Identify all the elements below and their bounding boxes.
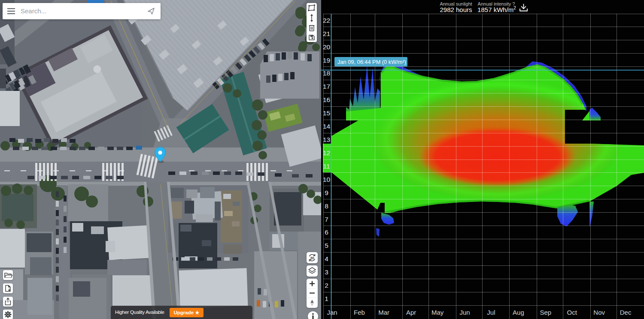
svg-text:Feb: Feb xyxy=(354,309,365,316)
svg-text:Nov: Nov xyxy=(593,309,605,316)
svg-text:19: 19 xyxy=(323,57,330,64)
svg-text:14: 14 xyxy=(323,123,331,130)
svg-text:Mar: Mar xyxy=(378,309,389,316)
svg-text:2982 hours: 2982 hours xyxy=(440,6,472,13)
svg-text:6: 6 xyxy=(325,229,328,236)
svg-text:17: 17 xyxy=(323,83,330,90)
svg-text:Dec: Dec xyxy=(620,309,632,316)
svg-text:5: 5 xyxy=(325,242,328,249)
svg-text:Apr: Apr xyxy=(406,309,416,316)
svg-text:22: 22 xyxy=(323,17,330,24)
svg-text:Jun: Jun xyxy=(459,309,470,316)
svg-text:20: 20 xyxy=(323,43,331,51)
svg-text:May: May xyxy=(431,309,444,316)
svg-text:21: 21 xyxy=(323,30,330,37)
svg-text:13: 13 xyxy=(323,136,330,143)
svg-text:1857 kWh/m2: 1857 kWh/m2 xyxy=(477,6,516,13)
svg-text:7: 7 xyxy=(325,216,328,223)
svg-text:Jan: Jan xyxy=(327,309,337,316)
svg-text:8: 8 xyxy=(325,202,328,210)
svg-text:30: 30 xyxy=(310,256,314,260)
svg-text:2: 2 xyxy=(325,282,328,289)
svg-text:9: 9 xyxy=(325,189,328,196)
svg-text:11: 11 xyxy=(323,163,330,170)
svg-text:10: 10 xyxy=(323,176,331,183)
svg-text:Sep: Sep xyxy=(540,309,551,316)
svg-text:Jan 09, 06:44 PM (0 kW/m²): Jan 09, 06:44 PM (0 kW/m²) xyxy=(337,59,406,65)
svg-text:Jul: Jul xyxy=(487,309,495,316)
svg-text:Annual intensity ?: Annual intensity ? xyxy=(478,1,515,6)
svg-text:3: 3 xyxy=(325,268,328,276)
svg-text:1: 1 xyxy=(325,295,328,302)
svg-text:Oct: Oct xyxy=(567,309,577,316)
svg-text:16: 16 xyxy=(323,96,330,103)
svg-text:12: 12 xyxy=(323,149,330,156)
svg-text:4: 4 xyxy=(325,255,328,262)
svg-text:18: 18 xyxy=(323,69,330,77)
svg-text:15: 15 xyxy=(323,109,330,117)
svg-text:Aug: Aug xyxy=(513,309,524,316)
